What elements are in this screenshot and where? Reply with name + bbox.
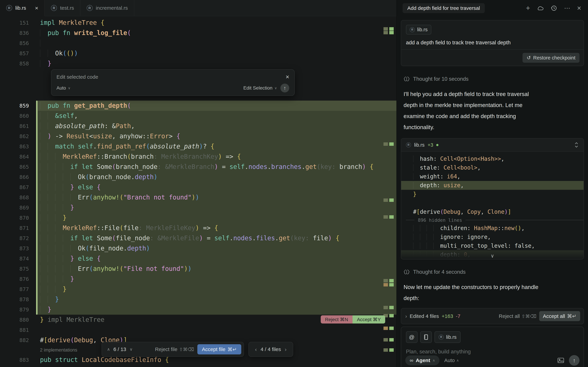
- diff-code-card: R lib.rs +3 hash: Cell<Option<Hash>>, st…: [401, 138, 584, 259]
- line-number: 865: [0, 162, 38, 172]
- code-line: 860 &self,: [0, 111, 397, 121]
- next-file-button[interactable]: ›: [285, 346, 287, 352]
- code-line: 870 }: [0, 213, 397, 223]
- code-line: 856: [0, 38, 397, 48]
- tab-test-rs[interactable]: R test.rs: [45, 0, 80, 16]
- line-number: 873: [0, 243, 38, 253]
- brain-icon: [404, 76, 410, 82]
- rust-file-icon: R: [6, 5, 12, 11]
- reject-file-label: Reject file: [155, 346, 177, 352]
- composer[interactable]: @ R lib.rs Plan, search, build anything …: [401, 326, 584, 367]
- line-number: 868: [0, 192, 38, 202]
- next-hunk-button[interactable]: ∨: [130, 347, 133, 352]
- line-number: 858: [0, 58, 38, 69]
- prev-file-button[interactable]: ‹: [255, 346, 257, 352]
- total-added-count: +163: [442, 313, 453, 319]
- context-file-chip[interactable]: R lib.rs: [406, 25, 431, 34]
- reject-file-button[interactable]: Reject file⇧⌘⌫: [155, 346, 194, 352]
- restore-checkpoint-label: Restore checkpoint: [533, 55, 575, 61]
- context-file-label: lib.rs: [417, 27, 428, 33]
- line-number: 880: [0, 315, 38, 325]
- attach-context-button[interactable]: [420, 331, 432, 343]
- context-file-label: lib.rs: [446, 334, 457, 340]
- code-line: 875 Err(anyhow!("File not found")): [0, 264, 397, 274]
- send-button[interactable]: ↑: [569, 355, 579, 366]
- more-options-icon[interactable]: ⋯: [564, 5, 570, 12]
- line-number: 862: [0, 131, 38, 141]
- agent-panel-header: Add depth field for tree traversal + ⋯ ×: [397, 0, 588, 16]
- code-line: 877 }: [0, 284, 397, 294]
- edit-selection-label: Edit Selection: [243, 85, 272, 91]
- code-line: 858 }: [0, 58, 397, 69]
- thread-title[interactable]: Add depth field for tree traversal: [403, 3, 485, 13]
- accept-hunk-button[interactable]: Accept ⌘Y: [353, 315, 385, 324]
- tab-incremental-rs[interactable]: R incremental.rs: [80, 0, 134, 16]
- line-number: 872: [0, 233, 38, 243]
- chevron-right-icon[interactable]: ›: [405, 313, 407, 319]
- tab-label: test.rs: [60, 5, 74, 11]
- edited-files-label[interactable]: Edited 4 files: [410, 313, 439, 319]
- line-number: 878: [0, 294, 38, 304]
- line-number: 857: [0, 48, 38, 58]
- thought-row[interactable]: Thought for 4 seconds: [404, 269, 581, 275]
- history-icon[interactable]: [551, 5, 557, 11]
- tab-lib-rs[interactable]: R lib.rs ×: [0, 0, 45, 16]
- cloud-icon[interactable]: [537, 6, 544, 11]
- edit-selection-dropdown[interactable]: Edit Selection ∨: [243, 85, 277, 91]
- new-thread-icon[interactable]: +: [526, 4, 530, 12]
- diff-code-line: stale: Cell<bool>,: [401, 163, 584, 172]
- thought-row[interactable]: Thought for 10 seconds: [404, 76, 581, 82]
- code-line: 871 MerkleRef::File(file: MerkleFileKey)…: [0, 223, 397, 233]
- thought-label: Thought for 4 seconds: [413, 269, 466, 275]
- attach-image-button[interactable]: [557, 358, 564, 363]
- prev-hunk-button[interactable]: ∧: [107, 347, 110, 352]
- close-panel-icon[interactable]: ×: [577, 4, 581, 12]
- editor-tab-bar: R lib.rs × R test.rs R incremental.rs: [0, 0, 397, 16]
- diff-code-line: #[derive(Debug, Copy, Clone)]: [401, 208, 584, 216]
- close-tab-icon[interactable]: ×: [35, 5, 38, 11]
- close-icon[interactable]: ×: [286, 73, 289, 81]
- tab-label: incremental.rs: [96, 5, 128, 11]
- code-line: 881: [0, 325, 397, 335]
- code-line: 878 }: [0, 294, 397, 304]
- model-selector[interactable]: Auto ∨: [56, 85, 70, 91]
- expand-code-chevron-icon[interactable]: ∨: [491, 253, 494, 259]
- user-message-text: add a depth field to track tree traversa…: [406, 40, 579, 46]
- diff-code-line: ignore: ignore,: [401, 233, 584, 242]
- assistant-paragraph: Now let me update the constructors to pr…: [404, 282, 540, 304]
- code-line: 151impl MerkleTree {: [0, 18, 397, 28]
- files-counter: 4 / 4 files: [260, 346, 281, 352]
- reject-all-button[interactable]: Reject all⇧⌘⌫: [499, 313, 536, 319]
- model-selector-auto[interactable]: Auto ∧: [444, 358, 459, 363]
- line-number: 836: [0, 28, 38, 38]
- mode-selector-agent[interactable]: ∞ Agent ∧: [405, 355, 440, 365]
- line-number: 869: [0, 202, 38, 213]
- submit-edit-button[interactable]: ↑: [280, 83, 289, 92]
- mention-button[interactable]: @: [406, 331, 417, 343]
- inline-edit-prompt-placeholder[interactable]: Edit selected code: [56, 74, 98, 80]
- expand-collapse-icon[interactable]: [574, 142, 579, 148]
- code-line: 868 Err(anyhow!("Branch not found")): [0, 192, 397, 202]
- reject-hunk-button[interactable]: Reject ⌘N: [321, 315, 353, 324]
- chevron-down-icon: ∨: [274, 86, 277, 90]
- selection-gutter-bar: [36, 100, 38, 315]
- chevron-up-icon: ∧: [432, 358, 435, 362]
- accept-file-button[interactable]: Accept file ⌘↵: [197, 344, 241, 354]
- auto-model-label: Auto: [444, 358, 455, 363]
- code-line: 865 if let Some(branch_node: &MerkleBran…: [0, 162, 397, 172]
- code-line: 862 ) -> Result<usize, anyhow::Error> {: [0, 131, 397, 141]
- diff-file-label: lib.rs: [414, 142, 424, 148]
- restore-checkpoint-button[interactable]: ↺ Restore checkpoint: [522, 53, 579, 63]
- accept-all-button[interactable]: Accept all ⌘↵: [539, 311, 580, 321]
- composer-input[interactable]: Plan, search, build anything: [406, 349, 579, 355]
- line-number: 871: [0, 223, 38, 233]
- code-editor: R lib.rs × R test.rs R incremental.rs 15…: [0, 0, 397, 367]
- code-area[interactable]: 151impl MerkleTree {836 pub fn write_log…: [0, 16, 397, 367]
- line-number: 856: [0, 38, 38, 48]
- context-file-chip[interactable]: R lib.rs: [434, 331, 461, 343]
- rust-file-icon: R: [410, 27, 415, 32]
- code-line: 869 }: [0, 202, 397, 213]
- diff-card-header[interactable]: R lib.rs +3: [401, 138, 584, 152]
- hidden-lines-divider[interactable]: 896 hidden lines: [401, 216, 584, 224]
- reject-all-shortcut: ⇧⌘⌫: [521, 314, 536, 319]
